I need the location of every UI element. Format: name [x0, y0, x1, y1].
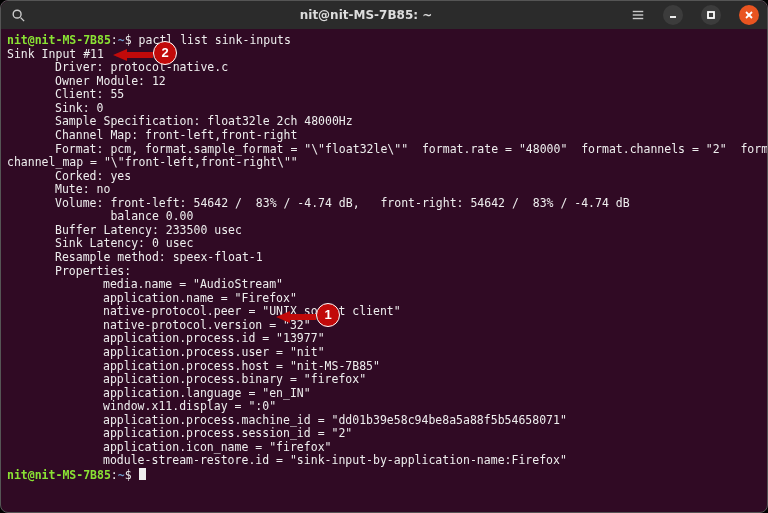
output-line: Driver: protocol-native.c	[7, 61, 761, 75]
search-icon[interactable]	[11, 8, 25, 22]
property-line: application.name = "Firefox"	[7, 292, 761, 306]
sink-input-heading: Sink Input #11	[7, 48, 761, 62]
property-line: application.process.machine_id = "dd01b3…	[7, 414, 761, 428]
output-line: Client: 55	[7, 88, 761, 102]
output-line: Volume: front-left: 54642 / 83% / -4.74 …	[7, 197, 761, 211]
output-line: Format: pcm, format.sample_format = "\"f…	[7, 143, 761, 157]
svg-point-0	[13, 10, 21, 18]
output-line: Channel Map: front-left,front-right	[7, 129, 761, 143]
property-line: application.icon_name = "firefox"	[7, 441, 761, 455]
command-text: pactl list sink-inputs	[139, 33, 291, 47]
property-line: application.process.host = "nit-MS-7B85"	[7, 360, 761, 374]
property-line: application.language = "en_IN"	[7, 387, 761, 401]
property-line: application.process.user = "nit"	[7, 346, 761, 360]
close-button[interactable]	[739, 5, 759, 25]
output-line: Resample method: speex-float-1	[7, 251, 761, 265]
output-line: balance 0.00	[7, 210, 761, 224]
window-controls	[631, 5, 767, 25]
cursor	[139, 468, 146, 480]
output-line: Properties:	[7, 265, 761, 279]
output-line: Owner Module: 12	[7, 75, 761, 89]
property-line: native-protocol.version = "32"	[7, 319, 761, 333]
output-line: Corked: yes	[7, 170, 761, 184]
svg-line-1	[21, 18, 25, 22]
output-line: Buffer Latency: 233500 usec	[7, 224, 761, 238]
svg-rect-6	[708, 12, 714, 18]
prompt-path: ~	[118, 33, 125, 47]
output-line: channel_map = "\"front-left,front-right\…	[7, 156, 761, 170]
property-line: module-stream-restore.id = "sink-input-b…	[7, 454, 761, 468]
menu-icon[interactable]	[631, 8, 645, 22]
prompt-line: nit@nit-MS-7B85:~$	[7, 468, 761, 483]
property-line: native-protocol.peer = "UNIX socket clie…	[7, 305, 761, 319]
output-line: Mute: no	[7, 183, 761, 197]
prompt-userhost: nit@nit-MS-7B85	[7, 33, 111, 47]
property-line: media.name = "AudioStream"	[7, 278, 761, 292]
property-line: application.process.binary = "firefox"	[7, 373, 761, 387]
window-title: nit@nit-MS-7B85: ~	[101, 8, 631, 22]
maximize-button[interactable]	[701, 5, 721, 25]
output-line: Sink: 0	[7, 102, 761, 116]
output-line: Sink Latency: 0 usec	[7, 237, 761, 251]
minimize-button[interactable]	[663, 5, 683, 25]
terminal-body[interactable]: nit@nit-MS-7B85:~$ pactl list sink-input…	[1, 29, 767, 512]
prompt-line: nit@nit-MS-7B85:~$ pactl list sink-input…	[7, 34, 761, 48]
property-line: application.process.id = "13977"	[7, 332, 761, 346]
output-line: Sample Specification: float32le 2ch 4800…	[7, 115, 761, 129]
titlebar: nit@nit-MS-7B85: ~	[1, 1, 767, 29]
property-line: application.process.session_id = "2"	[7, 427, 761, 441]
property-line: window.x11.display = ":0"	[7, 400, 761, 414]
